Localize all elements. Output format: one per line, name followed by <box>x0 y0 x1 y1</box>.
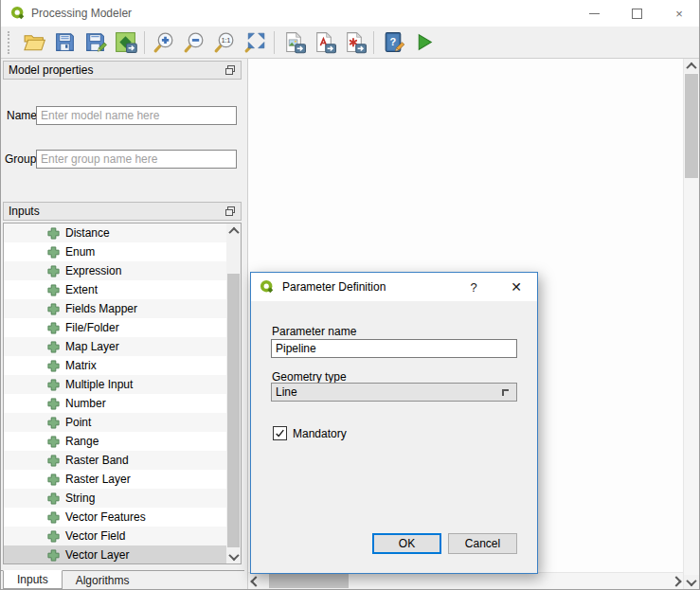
input-type-item[interactable]: Raster Layer <box>4 470 226 489</box>
input-type-item[interactable]: String <box>4 489 226 508</box>
float-panel-icon[interactable] <box>224 206 236 217</box>
toolbar-separator <box>274 31 275 54</box>
zoom-out-button[interactable] <box>180 28 208 57</box>
tab-inputs[interactable]: Inputs <box>3 570 63 589</box>
qgis-logo-icon <box>260 279 275 295</box>
close-button[interactable]: × <box>663 0 695 27</box>
add-input-icon <box>47 341 60 353</box>
edit-model-help-button[interactable]: ? <box>379 28 407 57</box>
input-type-item[interactable]: Map Layer <box>4 337 226 356</box>
float-panel-icon[interactable] <box>224 64 236 76</box>
input-type-item[interactable]: Vector Field <box>4 527 226 545</box>
inputs-list-container: Distance Enum <box>3 223 242 564</box>
add-input-icon <box>47 436 60 448</box>
input-type-item[interactable]: Vector Features <box>4 508 226 527</box>
qgis-logo-icon <box>10 6 26 21</box>
add-input-icon <box>47 246 60 259</box>
input-type-item[interactable]: Extent <box>4 280 226 299</box>
open-model-button[interactable] <box>20 28 48 57</box>
dialog-title: Parameter Definition <box>282 280 386 294</box>
canvas-vertical-scrollbar[interactable] <box>683 59 699 589</box>
ok-button[interactable]: OK <box>372 533 441 554</box>
window-titlebar: Processing Modeler × <box>1 0 699 27</box>
close-icon: × <box>675 8 683 20</box>
tab-algorithms[interactable]: Algorithms <box>63 571 143 589</box>
zoom-full-button[interactable] <box>241 28 269 57</box>
save-model-button[interactable] <box>50 28 79 57</box>
run-icon <box>412 30 436 54</box>
add-input-icon <box>47 549 60 562</box>
input-type-item[interactable]: Fields Mapper <box>4 299 226 318</box>
geometry-type-label: Geometry type <box>272 370 347 384</box>
run-model-button[interactable] <box>409 28 438 57</box>
processing-modeler-window: Processing Modeler × <box>0 0 700 590</box>
input-type-item[interactable]: Point <box>4 413 226 432</box>
export-pdf-icon <box>313 30 336 54</box>
parameter-name-label: Parameter name <box>272 325 356 338</box>
scroll-up-icon[interactable] <box>226 223 241 238</box>
input-type-item[interactable]: Vector Layer <box>4 545 226 563</box>
input-type-item[interactable]: Matrix <box>4 356 226 375</box>
mandatory-checkbox-row[interactable]: Mandatory <box>273 426 347 440</box>
chevron-down-icon <box>502 389 509 396</box>
inputs-scrollbar[interactable] <box>226 223 241 563</box>
export-model-icon <box>114 30 137 54</box>
parameter-name-input[interactable] <box>271 339 517 358</box>
export-as-image-button[interactable] <box>279 28 308 57</box>
scroll-right-icon[interactable] <box>669 573 684 589</box>
save-model-as-button[interactable] <box>81 28 109 57</box>
input-type-item[interactable]: Number <box>4 394 226 413</box>
add-input-icon <box>47 455 60 467</box>
save-icon <box>53 30 77 54</box>
input-type-item[interactable]: Multiple Input <box>4 375 226 394</box>
input-type-item[interactable]: Raster Band <box>4 451 226 470</box>
model-name-input[interactable] <box>36 106 237 125</box>
zoom-out-icon <box>183 30 206 54</box>
zoom-in-button[interactable] <box>150 28 178 57</box>
svg-text:1:1: 1:1 <box>221 37 230 44</box>
scroll-up-icon[interactable] <box>684 59 699 73</box>
model-group-input[interactable] <box>36 150 237 169</box>
input-type-item[interactable]: Distance <box>4 223 226 242</box>
scroll-down-icon[interactable] <box>226 549 241 563</box>
add-input-icon <box>47 322 60 334</box>
check-icon <box>275 428 285 438</box>
model-properties-header: Model properties <box>3 61 242 80</box>
minimize-button[interactable] <box>578 0 610 27</box>
save-as-icon <box>83 30 107 54</box>
add-input-icon <box>47 360 60 372</box>
toolbar-separator <box>373 31 374 54</box>
panel-tabbar: Inputs Algorithms <box>1 570 244 589</box>
scroll-down-icon[interactable] <box>684 575 699 589</box>
scrollbar-thumb[interactable] <box>227 274 240 547</box>
add-input-icon <box>47 303 60 315</box>
svg-text:?: ? <box>389 36 396 47</box>
cancel-button[interactable]: Cancel <box>448 533 517 554</box>
left-panel: Model properties Name Group Inputs <box>1 59 244 589</box>
dialog-help-button[interactable]: ? <box>458 273 489 301</box>
scroll-left-icon[interactable] <box>248 573 263 589</box>
export-as-svg-button[interactable] <box>340 28 368 57</box>
input-type-item[interactable]: File/Folder <box>4 318 226 337</box>
mandatory-checkbox[interactable] <box>273 426 287 440</box>
geometry-type-dropdown[interactable]: Line <box>271 383 517 402</box>
input-type-item[interactable]: Expression <box>4 261 226 280</box>
zoom-actual-button[interactable]: 1:1 <box>210 28 239 57</box>
geometry-type-value: Line <box>276 385 297 399</box>
zoom-in-icon <box>153 30 176 54</box>
canvas-horizontal-scrollbar[interactable] <box>248 572 684 589</box>
maximize-button[interactable] <box>620 0 653 27</box>
export-as-pdf-button[interactable] <box>310 28 338 57</box>
input-type-item[interactable]: Enum <box>4 242 226 261</box>
add-input-icon <box>47 474 60 486</box>
dialog-close-button[interactable]: ✕ <box>501 273 531 301</box>
export-model-button[interactable] <box>111 28 139 57</box>
zoom-actual-icon: 1:1 <box>213 30 237 54</box>
input-type-item[interactable]: Range <box>4 432 226 451</box>
scrollbar-thumb[interactable] <box>685 74 698 178</box>
inputs-panel-header: Inputs <box>3 202 242 221</box>
export-svg-icon <box>343 30 367 54</box>
scrollbar-thumb[interactable] <box>269 574 349 588</box>
toolbar-grip[interactable] <box>8 31 13 54</box>
add-input-icon <box>47 227 60 240</box>
